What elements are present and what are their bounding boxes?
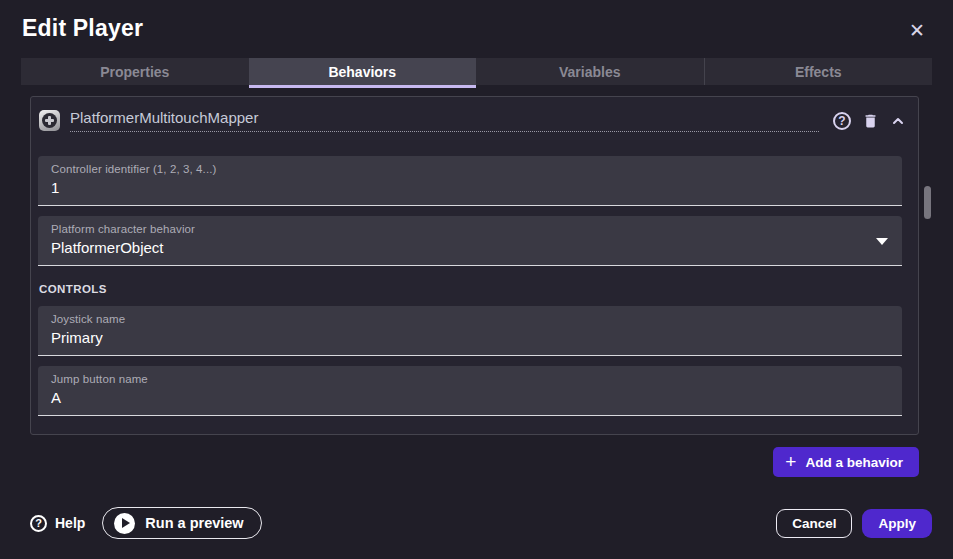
platform-character-behavior-select[interactable]: Platform character behavior PlatformerOb… [38,216,902,266]
tab-variables[interactable]: Variables [476,58,704,85]
collapse-behavior-icon[interactable] [890,113,906,129]
plus-icon: + [785,452,796,471]
jump-button-name-field[interactable]: Jump button name A [38,366,902,416]
tab-properties[interactable]: Properties [21,58,249,85]
scrollbar-thumb[interactable] [924,186,931,219]
behavior-card-header: PlatformerMultitouchMapper ? [31,109,918,132]
behavior-header-actions: ? [833,112,906,130]
field-label: Platform character behavior [51,223,889,235]
field-value: Primary [51,329,889,346]
play-icon [114,513,135,534]
apply-button[interactable]: Apply [862,509,932,538]
behavior-name-input[interactable]: PlatformerMultitouchMapper [70,109,819,132]
tab-effects[interactable]: Effects [704,58,933,85]
controller-identifier-field[interactable]: Controller identifier (1, 2, 3, 4...) 1 [38,156,902,206]
add-behavior-button[interactable]: + Add a behavior [773,447,919,477]
behavior-card: PlatformerMultitouchMapper ? Controller … [30,96,919,435]
joystick-name-field[interactable]: Joystick name Primary [38,306,902,356]
tab-bar: Properties Behaviors Variables Effects [21,58,932,85]
run-preview-label: Run a preview [145,515,243,531]
field-label: Controller identifier (1, 2, 3, 4...) [51,163,889,175]
field-label: Joystick name [51,313,889,325]
field-value: 1 [51,179,889,196]
field-value: A [51,389,889,406]
dialog-header: Edit Player ✕ [0,0,953,58]
field-value: PlatformerObject [51,239,889,256]
field-label: Jump button name [51,373,889,385]
dialog-footer: ? Help Run a preview Cancel Apply [30,507,932,539]
behaviors-panel: PlatformerMultitouchMapper ? Controller … [30,96,919,477]
edit-player-dialog: Edit Player ✕ Properties Behaviors Varia… [0,0,953,477]
help-button[interactable]: ? Help [30,515,85,532]
dropdown-arrow-icon [876,238,888,245]
behavior-help-icon[interactable]: ? [833,112,851,130]
cancel-button[interactable]: Cancel [776,509,852,538]
run-preview-button[interactable]: Run a preview [102,507,261,539]
delete-behavior-icon[interactable] [862,112,879,130]
controls-section-heading: CONTROLS [39,283,918,295]
add-behavior-label: Add a behavior [805,455,903,470]
help-label: Help [55,515,85,531]
help-icon: ? [30,515,47,532]
page-title: Edit Player [22,15,143,42]
close-icon[interactable]: ✕ [903,17,931,44]
tab-behaviors[interactable]: Behaviors [249,58,477,85]
behavior-dpad-icon [39,110,60,131]
